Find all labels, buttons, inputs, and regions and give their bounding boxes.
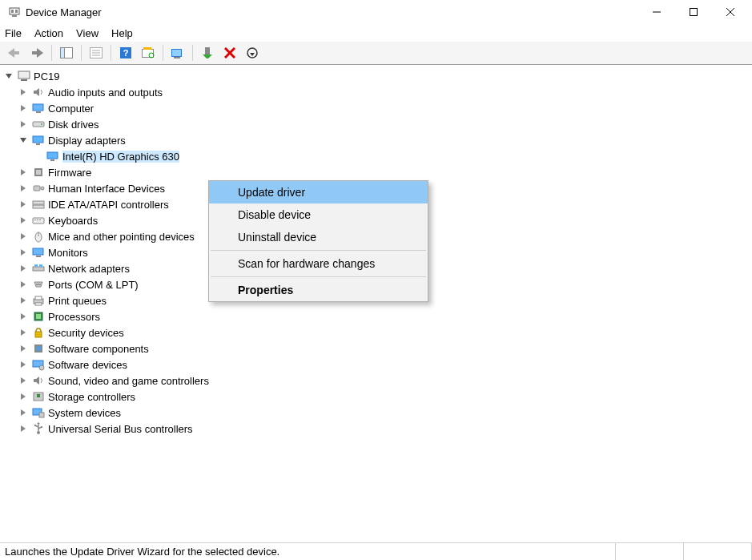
minimize-button[interactable]: [638, 0, 675, 24]
printer-icon: [32, 294, 45, 307]
node-label: Storage controllers: [48, 391, 135, 403]
scan-hardware-button[interactable]: [139, 44, 158, 62]
software-device-icon: [32, 358, 45, 371]
svg-point-55: [38, 284, 39, 285]
context-uninstall-device[interactable]: Uninstall device: [209, 226, 428, 248]
context-update-driver[interactable]: Update driver: [209, 181, 428, 203]
menu-file[interactable]: File: [5, 27, 22, 39]
chevron-right-icon[interactable]: [18, 247, 29, 258]
display-adapter-icon: [46, 150, 59, 163]
svg-rect-19: [143, 47, 151, 50]
menu-help[interactable]: Help: [111, 27, 133, 39]
node-label: Network adapters: [48, 263, 130, 275]
tree-root[interactable]: PC19: [0, 68, 752, 84]
menu-action[interactable]: Action: [34, 27, 63, 39]
menu-separator: [211, 250, 426, 251]
disk-icon: [32, 118, 45, 131]
disable-device-button[interactable]: [243, 44, 262, 62]
tree-node-audio[interactable]: Audio inputs and outputs: [0, 84, 752, 100]
back-button[interactable]: [5, 44, 24, 62]
context-scan-hardware[interactable]: Scan for hardware changes: [209, 252, 428, 275]
chevron-right-icon[interactable]: [18, 343, 29, 354]
svg-rect-34: [36, 143, 40, 145]
tree-node-computer[interactable]: Computer: [0, 100, 752, 116]
node-label: Print queues: [48, 295, 107, 307]
options-button[interactable]: [86, 44, 106, 62]
svg-point-72: [34, 425, 36, 426]
ide-icon: [32, 198, 45, 211]
chevron-right-icon[interactable]: [18, 103, 29, 114]
node-label: Software devices: [48, 359, 127, 371]
tree-node-swdev[interactable]: Software devices: [0, 357, 752, 373]
tree-node-firmware[interactable]: Firmware: [0, 164, 752, 180]
tree-node-storage[interactable]: Storage controllers: [0, 389, 752, 405]
speaker-icon: [32, 374, 45, 387]
chevron-right-icon[interactable]: [18, 295, 29, 306]
svg-rect-58: [35, 296, 42, 300]
toolbar: ?: [0, 42, 752, 64]
uninstall-device-button[interactable]: [220, 44, 239, 62]
show-hide-console-button[interactable]: [57, 44, 76, 62]
svg-rect-29: [33, 104, 43, 111]
display-adapter-icon: [32, 134, 45, 147]
chevron-right-icon[interactable]: [18, 199, 29, 210]
context-properties[interactable]: Properties: [209, 279, 428, 301]
svg-rect-0: [10, 8, 19, 14]
update-driver-button[interactable]: [198, 44, 217, 62]
svg-rect-53: [39, 264, 42, 267]
close-button[interactable]: [712, 0, 749, 24]
chevron-right-icon[interactable]: [18, 183, 29, 194]
context-menu: Update driver Disable device Uninstall d…: [208, 180, 428, 302]
chevron-right-icon[interactable]: [18, 359, 29, 370]
tree-node-gpu[interactable]: Intel(R) HD Graphics 630: [0, 148, 752, 164]
status-bar: Launches the Update Driver Wizard for th…: [0, 542, 752, 560]
svg-point-54: [36, 284, 38, 285]
svg-rect-64: [36, 346, 41, 351]
chevron-right-icon[interactable]: [18, 391, 29, 402]
menu-view[interactable]: View: [76, 27, 99, 39]
chevron-right-icon[interactable]: [18, 263, 29, 274]
chevron-right-icon[interactable]: [18, 215, 29, 226]
storage-icon: [32, 390, 45, 403]
chevron-right-icon[interactable]: [18, 279, 29, 290]
chevron-right-icon[interactable]: [18, 423, 29, 434]
svg-rect-42: [33, 205, 44, 208]
tree-node-sound[interactable]: Sound, video and game controllers: [0, 373, 752, 389]
properties-button[interactable]: [168, 44, 187, 62]
svg-rect-22: [174, 57, 180, 58]
chevron-right-icon[interactable]: [18, 407, 29, 418]
forward-button[interactable]: [27, 44, 46, 62]
node-label: IDE ATA/ATAPI controllers: [48, 199, 169, 211]
status-text: Launches the Update Driver Wizard for th…: [0, 543, 616, 560]
node-label: Mice and other pointing devices: [48, 231, 195, 243]
chevron-right-icon[interactable]: [18, 311, 29, 322]
context-disable-device[interactable]: Disable device: [209, 203, 428, 226]
tree-node-display[interactable]: Display adapters: [0, 132, 752, 148]
svg-rect-43: [33, 218, 44, 224]
maximize-button[interactable]: [675, 0, 712, 24]
device-manager-icon: [8, 6, 21, 18]
tree-node-usb[interactable]: Universal Serial Bus controllers: [0, 421, 752, 437]
tree-node-system[interactable]: System devices: [0, 405, 752, 421]
chevron-right-icon[interactable]: [18, 87, 29, 98]
tree-node-security[interactable]: Security devices: [0, 324, 752, 340]
node-label: Firmware: [48, 167, 91, 179]
chevron-right-icon[interactable]: [18, 167, 29, 178]
chevron-down-icon[interactable]: [18, 135, 29, 146]
tree-node-proc[interactable]: Processors: [0, 308, 752, 324]
tree-node-swcomp[interactable]: Software components: [0, 340, 752, 357]
tree-node-disk[interactable]: Disk drives: [0, 116, 752, 132]
chevron-right-icon[interactable]: [18, 119, 29, 130]
node-label: Keyboards: [48, 215, 98, 227]
node-label: Disk drives: [48, 119, 99, 131]
chevron-right-icon[interactable]: [18, 327, 29, 338]
svg-text:?: ?: [123, 48, 129, 58]
chevron-right-icon[interactable]: [18, 231, 29, 242]
svg-rect-35: [47, 152, 58, 159]
svg-rect-3: [12, 15, 17, 17]
chevron-right-icon[interactable]: [18, 375, 29, 386]
chevron-down-icon[interactable]: [3, 71, 14, 82]
help-button[interactable]: ?: [116, 44, 135, 62]
computer-icon: [18, 70, 30, 83]
usb-icon: [32, 422, 45, 435]
